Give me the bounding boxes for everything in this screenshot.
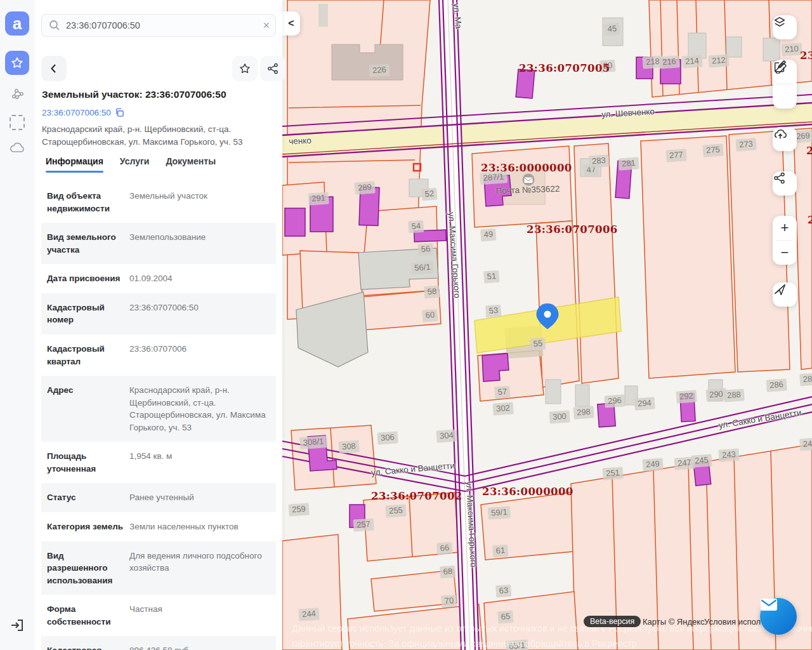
layers-button[interactable] xyxy=(773,15,797,39)
cadastral-number-text[interactable]: 23:36:0707006:50 xyxy=(42,108,111,117)
sign-in-button[interactable] xyxy=(5,613,29,637)
zoom-out-button[interactable]: − xyxy=(773,241,797,265)
dashed-square-icon xyxy=(10,115,25,130)
cadastral-number-link[interactable]: 23:36:0707006:50 xyxy=(42,108,124,117)
info-row: Вид разрешенного использованияДля ведени… xyxy=(41,541,276,595)
share-icon xyxy=(773,171,786,185)
info-row: Кадастровая стоимость896,436.58 руб. xyxy=(41,636,276,650)
cloud-icon xyxy=(9,141,25,155)
zoom-in-button[interactable]: + xyxy=(773,216,797,240)
clear-search-icon[interactable]: × xyxy=(263,18,270,33)
search-bar: × xyxy=(41,14,276,37)
cloud-upload-icon xyxy=(773,127,788,141)
info-row: Кадастровый номер23:36:0707006:50 xyxy=(41,293,276,335)
tabs: ИнформацияУслугиДокументы xyxy=(46,156,216,173)
edit-icon xyxy=(773,60,787,74)
info-row: СтатусРанее учтенный xyxy=(41,483,276,512)
icon-rail: a xyxy=(0,0,35,650)
layers-control xyxy=(773,15,797,39)
tab-Информация[interactable]: Информация xyxy=(46,156,103,173)
share-button[interactable] xyxy=(260,56,285,81)
upload-control xyxy=(773,127,797,151)
object-header-actions xyxy=(41,56,276,81)
info-row: Категория земельЗемли населенных пунктов xyxy=(41,512,276,541)
app-root: { "app": {"logo_letter": "a"}, "rail": {… xyxy=(0,0,812,650)
cloud-upload-button[interactable] xyxy=(773,127,797,151)
favorite-button[interactable] xyxy=(232,56,258,81)
page-title: Земельный участок: 23:36:0707006:50 xyxy=(42,89,277,100)
info-row: Площадь уточненная1,954 кв. м xyxy=(41,442,276,483)
sidebar-item-layers-graph[interactable] xyxy=(5,82,29,106)
share-map-control xyxy=(773,171,797,196)
info-row: Вид земельного участкаЗемлепользование xyxy=(41,223,276,264)
cadastral-map-canvas[interactable] xyxy=(282,0,812,650)
copy-icon[interactable] xyxy=(115,108,124,117)
navigation-arrow-icon xyxy=(773,282,787,296)
zoom-control: + − xyxy=(773,216,797,265)
info-row: Вид объекта недвижимостиЗемельный участо… xyxy=(41,182,276,223)
info-row: Кадастровый квартал23:36:0707006 xyxy=(41,335,276,376)
tab-Документы[interactable]: Документы xyxy=(166,156,216,173)
plus-icon: + xyxy=(781,221,789,235)
info-row: Форма собственностиЧастная xyxy=(41,595,276,636)
locate-control xyxy=(773,282,797,307)
star-outline-icon xyxy=(239,62,251,75)
measure-draw-control xyxy=(773,60,797,109)
info-table: Вид объекта недвижимостиЗемельный участо… xyxy=(41,182,276,650)
sidebar-item-favorites[interactable] xyxy=(5,51,29,75)
chat-support-button[interactable] xyxy=(760,598,797,635)
back-button[interactable] xyxy=(41,56,67,81)
disclaimer-watermark-line2: гарантирует точность. За официальными св… xyxy=(292,639,637,649)
chevron-left-icon xyxy=(49,63,59,74)
sign-in-icon xyxy=(10,618,25,633)
map-region[interactable]: 22645204728929152545656/1586049515355573… xyxy=(282,0,812,650)
search-icon xyxy=(48,19,61,32)
layers-icon xyxy=(773,15,787,29)
tab-Услуги[interactable]: Услуги xyxy=(120,156,150,173)
sidebar-item-cloud[interactable] xyxy=(5,136,29,160)
minus-icon: − xyxy=(781,246,789,260)
app-logo[interactable]: a xyxy=(5,11,29,36)
sidebar-item-select-area[interactable] xyxy=(5,110,29,135)
info-row: Дата присвоения01.09.2004 xyxy=(41,264,276,293)
polygon-nodes-icon xyxy=(10,86,25,102)
envelope-icon xyxy=(760,598,778,611)
locate-button[interactable] xyxy=(773,282,797,307)
beta-badge: Beta-версия xyxy=(584,616,641,627)
object-address: Краснодарский край, р-н. Щербиновский, с… xyxy=(42,123,270,149)
share-icon xyxy=(266,62,279,75)
info-row: АдресКраснодарский край, р-н. Щербиновск… xyxy=(41,376,276,442)
search-input[interactable] xyxy=(41,14,276,37)
map-copyright[interactable]: Карты © Яндекс xyxy=(643,617,705,627)
collapse-panel-button[interactable]: < xyxy=(282,11,300,36)
star-icon xyxy=(10,56,24,70)
object-panel: × Земельный участок: 23:36:0707006:50 23… xyxy=(35,0,282,650)
share-map-button[interactable] xyxy=(773,171,797,196)
post-office-icon xyxy=(523,174,535,186)
draw-button[interactable] xyxy=(773,84,797,109)
terms-link[interactable]: Условия испол xyxy=(704,617,761,627)
